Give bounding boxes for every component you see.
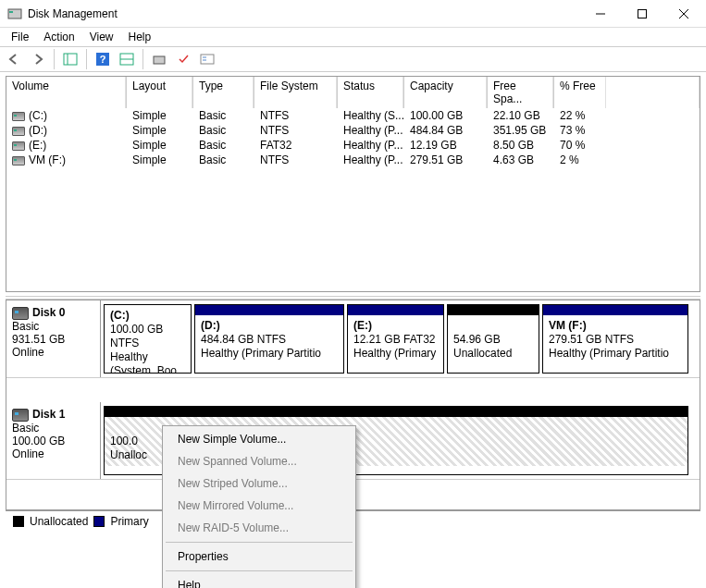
disk-icon (12, 307, 29, 320)
drive-icon (12, 127, 25, 136)
legend-unallocated-label: Unallocated (30, 515, 88, 528)
svg-rect-13 (201, 55, 214, 64)
volume-list: Volume Layout Type File System Status Ca… (6, 76, 700, 292)
table-row[interactable]: (C:)SimpleBasicNTFSHealthy (S...100.00 G… (6, 108, 700, 123)
ctx-new-simple-volume[interactable]: New Simple Volume... (165, 428, 353, 450)
ctx-new-spanned-volume: New Spanned Volume... (165, 450, 353, 472)
table-row[interactable]: VM (F:)SimpleBasicNTFSHealthy (P...279.5… (6, 153, 700, 167)
col-free[interactable]: Free Spa... (488, 77, 554, 108)
col-fs[interactable]: File System (254, 77, 338, 108)
settings-button[interactable] (148, 48, 170, 70)
partition[interactable]: (E:)12.21 GB FAT32Healthy (Primary (347, 304, 444, 374)
ctx-help[interactable]: Help (165, 574, 353, 588)
partition[interactable]: VM (F:)279.51 GB NTFSHealthy (Primary Pa… (542, 304, 688, 374)
menu-file[interactable]: File (4, 29, 36, 45)
app-icon (7, 6, 22, 21)
window-title: Disk Management (28, 7, 579, 20)
close-button[interactable] (663, 0, 704, 27)
ctx-new-raid5-volume: New RAID-5 Volume... (165, 517, 353, 539)
menubar: File Action View Help (0, 28, 706, 46)
layout-button[interactable] (116, 48, 138, 70)
help-button[interactable]: ? (92, 48, 114, 70)
partition[interactable]: (D:)484.84 GB NTFSHealthy (Primary Parti… (194, 304, 344, 374)
ctx-new-mirrored-volume: New Mirrored Volume... (165, 495, 353, 517)
disk-info[interactable]: Disk 1Basic100.00 GBOnline (6, 402, 101, 479)
col-volume[interactable]: Volume (6, 77, 127, 108)
svg-text:?: ? (100, 54, 106, 65)
more-button[interactable] (196, 48, 218, 70)
svg-rect-12 (154, 56, 165, 64)
titlebar: Disk Management (0, 0, 706, 28)
drive-icon (12, 141, 25, 151)
col-layout[interactable]: Layout (127, 77, 193, 108)
forward-button[interactable] (27, 48, 49, 70)
toolbar: ? (0, 46, 706, 72)
col-pct[interactable]: % Free (554, 77, 606, 108)
col-status[interactable]: Status (338, 77, 404, 108)
col-capacity[interactable]: Capacity (404, 77, 488, 108)
volume-header-row: Volume Layout Type File System Status Ca… (6, 77, 700, 108)
show-hide-button[interactable] (59, 48, 81, 70)
svg-rect-6 (64, 54, 77, 65)
action-button[interactable] (172, 48, 194, 70)
maximize-button[interactable] (621, 0, 663, 27)
menu-help[interactable]: Help (121, 29, 159, 45)
disk-info[interactable]: Disk 0Basic931.51 GBOnline (6, 300, 101, 377)
drive-icon (12, 112, 25, 121)
table-row[interactable]: (D:)SimpleBasicNTFSHealthy (P...484.84 G… (6, 123, 700, 138)
back-button[interactable] (3, 48, 25, 70)
drive-icon (12, 156, 25, 165)
menu-action[interactable]: Action (36, 29, 81, 45)
disk-icon (12, 409, 29, 422)
minimize-button[interactable] (579, 0, 621, 27)
table-row[interactable]: (E:)SimpleBasicFAT32Healthy (P...12.19 G… (6, 138, 700, 153)
legend-primary-swatch (93, 516, 105, 527)
ctx-new-striped-volume: New Striped Volume... (165, 472, 353, 495)
partition[interactable]: (C:)100.00 GB NTFSHealthy (System, Boo (104, 304, 192, 374)
col-type[interactable]: Type (193, 77, 254, 108)
context-menu: New Simple Volume... New Spanned Volume.… (162, 425, 356, 588)
svg-rect-0 (8, 9, 21, 18)
partition[interactable]: 54.96 GBUnallocated (447, 304, 539, 374)
menu-view[interactable]: View (82, 29, 121, 45)
legend-primary-label: Primary (110, 515, 148, 528)
svg-rect-1 (9, 11, 13, 13)
disk-row: Disk 0Basic931.51 GBOnline(C:)100.00 GB … (6, 300, 700, 378)
legend-unallocated-swatch (13, 516, 24, 527)
ctx-properties[interactable]: Properties (165, 545, 353, 568)
svg-rect-3 (638, 9, 646, 18)
